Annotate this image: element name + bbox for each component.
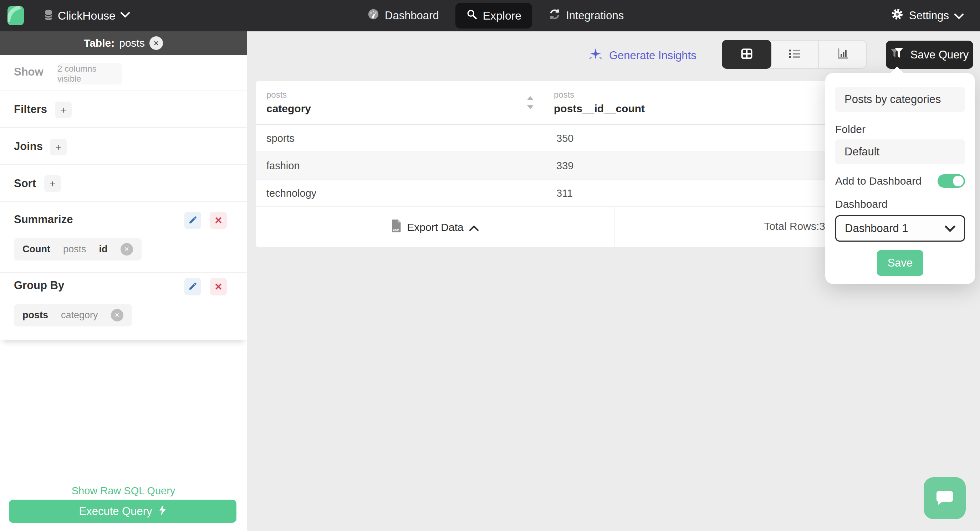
chart-view-icon (835, 47, 850, 62)
column-header-count[interactable]: posts posts__id__count (554, 90, 645, 115)
summarize-section: Summarize ✕ Count posts id ✕ (0, 202, 247, 273)
cell-category: technology (266, 187, 316, 199)
cell-category: fashion (266, 160, 300, 172)
builder-sections: Show 2 columns visible Filters + Joins +… (0, 55, 247, 340)
remove-chip-button[interactable]: ✕ (111, 309, 123, 322)
view-list-button[interactable] (771, 41, 819, 68)
edit-summarize-button[interactable] (185, 212, 201, 229)
groupby-chip: posts category ✕ (14, 304, 132, 327)
cell-category: sports (266, 133, 294, 144)
svg-text:csv: csv (393, 228, 399, 231)
chip-aggregation: Count (22, 244, 50, 255)
settings-label: Settings (909, 9, 949, 22)
app-logo (8, 6, 24, 25)
add-sort-button[interactable]: + (44, 175, 61, 192)
add-to-dashboard-row: Add to Dashboard (835, 174, 965, 188)
save-query-button[interactable]: Save Query (886, 41, 973, 69)
save-query-label: Save Query (910, 49, 969, 61)
chip-table: posts (22, 310, 48, 321)
circle-x-icon: ✕ (115, 311, 119, 319)
column-field-label: posts__id__count (554, 103, 645, 115)
save-button[interactable]: Save (877, 250, 923, 276)
cell-count: 339 (556, 160, 573, 172)
csv-icon: csv (391, 220, 401, 235)
nav-item-label: Integrations (566, 9, 624, 22)
groupby-label: Group By (14, 279, 64, 292)
table-header-label: Table: (84, 37, 115, 49)
settings-menu[interactable]: Settings (891, 0, 964, 32)
add-filter-button[interactable]: + (55, 101, 72, 118)
dashboard-select[interactable]: Dashboard 1 (835, 215, 965, 242)
close-icon: ✕ (153, 39, 159, 48)
edit-groupby-button[interactable] (185, 278, 201, 295)
add-to-dashboard-label: Add to Dashboard (835, 175, 921, 187)
funnel-icon (891, 47, 905, 63)
total-rows-label: Total Rows: (764, 220, 819, 232)
summarize-chip: Count posts id ✕ (14, 238, 142, 260)
columns-visible-chip[interactable]: 2 columns visible (57, 63, 122, 84)
query-builder-sidebar: Table: posts ✕ Show 2 columns visible Fi… (0, 32, 247, 531)
chat-button[interactable] (924, 477, 966, 519)
total-rows-value: 3 (819, 220, 825, 232)
nav-item-dashboard[interactable]: Dashboard (364, 3, 442, 28)
sync-icon (549, 8, 561, 23)
remove-chip-button[interactable]: ✕ (121, 243, 133, 255)
chip-table: posts (63, 244, 86, 255)
folder-label: Folder (835, 123, 965, 135)
add-to-dashboard-toggle[interactable] (937, 174, 965, 188)
groupby-section: Group By ✕ posts category ✕ (0, 273, 247, 340)
chat-icon (934, 488, 955, 509)
search-icon (466, 9, 477, 23)
table-view-icon (740, 47, 754, 62)
plus-icon: + (49, 178, 55, 190)
remove-summarize-button[interactable]: ✕ (210, 212, 227, 229)
x-icon: ✕ (214, 281, 223, 293)
main-content: Generate Insights (247, 32, 980, 531)
list-view-icon (788, 47, 802, 62)
toggle-knob (953, 176, 964, 186)
pencil-icon (188, 282, 197, 292)
column-header-category[interactable]: posts category (266, 90, 311, 115)
dashboard-label: Dashboard (835, 198, 965, 210)
nav-item-explore[interactable]: Explore (455, 3, 533, 29)
table-header: Table: posts ✕ (0, 32, 247, 55)
export-data-button[interactable]: csv Export Data (256, 208, 614, 247)
chevron-down-icon (955, 9, 964, 22)
main-nav: Dashboard Explore (364, 0, 627, 32)
filters-label: Filters (14, 103, 47, 116)
column-group-label: posts (266, 90, 311, 100)
dashboard-select-value: Dashboard 1 (845, 222, 908, 235)
plus-icon: + (55, 141, 61, 153)
nav-item-integrations[interactable]: Integrations (545, 3, 627, 28)
generate-insights-link[interactable]: Generate Insights (589, 47, 697, 64)
sort-icon[interactable] (527, 95, 534, 111)
circle-x-icon: ✕ (124, 246, 129, 253)
chip-field: id (99, 244, 108, 255)
summarize-label: Summarize (14, 213, 73, 226)
view-table-button[interactable] (722, 40, 772, 69)
gauge-icon (368, 8, 379, 23)
remove-groupby-button[interactable]: ✕ (210, 278, 227, 295)
nav-item-label: Dashboard (385, 9, 439, 22)
remove-table-button[interactable]: ✕ (150, 36, 163, 50)
show-raw-sql-link[interactable]: Show Raw SQL Query (0, 485, 247, 497)
show-label: Show (14, 66, 43, 78)
x-icon: ✕ (214, 215, 223, 226)
bolt-icon (159, 505, 167, 518)
plus-icon: + (60, 105, 66, 116)
column-field-label: category (266, 103, 311, 115)
folder-input[interactable] (835, 139, 965, 164)
connection-label: ClickHouse (58, 9, 116, 22)
top-nav: ClickHouse Dashboard (0, 0, 980, 32)
export-data-label: Export Data (407, 221, 463, 233)
database-icon (44, 10, 53, 22)
generate-insights-label: Generate Insights (609, 49, 697, 62)
add-join-button[interactable]: + (50, 139, 67, 155)
connection-select[interactable]: ClickHouse (44, 0, 130, 32)
table-name: posts (119, 37, 145, 49)
execute-query-button[interactable]: Execute Query (9, 499, 237, 523)
app-root: ClickHouse Dashboard (0, 0, 980, 531)
view-chart-button[interactable] (819, 41, 866, 68)
cell-count: 311 (556, 187, 573, 199)
query-name-input[interactable] (835, 87, 965, 112)
